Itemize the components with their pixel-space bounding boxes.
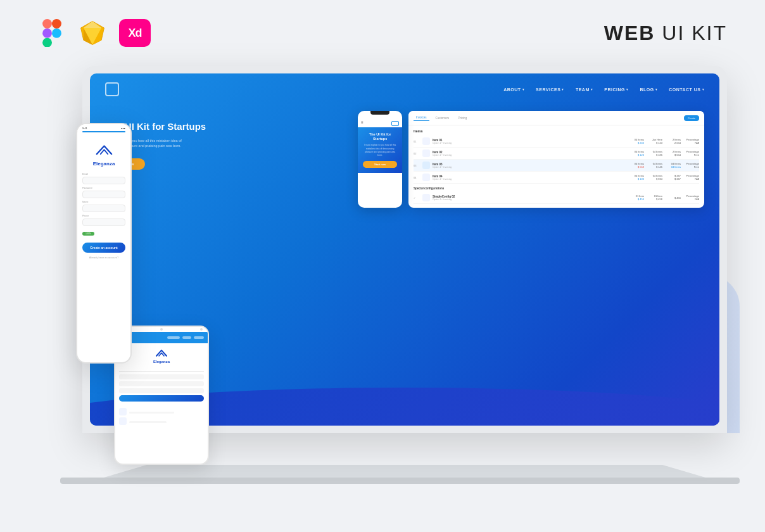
register-button[interactable]: Create an account bbox=[82, 243, 125, 253]
small-input-3[interactable] bbox=[119, 388, 204, 393]
svg-rect-0 bbox=[42, 19, 52, 28]
eleganza-logo-icon bbox=[93, 142, 115, 158]
tool-logos: Xd bbox=[38, 19, 151, 47]
table-row: 01 Item 01 Option 1 • Invoicing 04 Items… bbox=[414, 136, 699, 148]
hero-title: The UI Kit for Startups bbox=[105, 120, 351, 133]
password-input[interactable] bbox=[82, 191, 125, 198]
small-cta-button[interactable] bbox=[119, 395, 204, 402]
dashboard-mockup: Invoices Customers Pricing Create Items … bbox=[408, 111, 704, 208]
page-title: WEB UI KIT bbox=[604, 22, 727, 45]
phone-in-laptop: 9:41 ●●● ☰ The UI Kit for Startups I mus… bbox=[358, 111, 402, 208]
xd-icon: Xd bbox=[119, 19, 151, 47]
showcase-area: ABOUT ▾ SERVICES ▾ TEAM ▾ PRICING ▾ bbox=[25, 60, 740, 484]
small-input-2[interactable] bbox=[119, 381, 204, 386]
eleganza-inputs: Email Password Name Phone bbox=[82, 173, 125, 229]
svg-point-4 bbox=[52, 28, 61, 38]
dashboard-header: Invoices Customers Pricing Create bbox=[408, 111, 704, 125]
dashboard-create-button[interactable]: Create bbox=[684, 115, 699, 121]
svg-rect-1 bbox=[52, 19, 61, 28]
dash-tab-pricing[interactable]: Pricing bbox=[455, 115, 469, 121]
sketch-icon bbox=[79, 19, 106, 47]
table-row: ✓ SimpleConfig 02 Option 1 • Invoicing 0… bbox=[414, 192, 699, 204]
nav-about[interactable]: ABOUT ▾ bbox=[503, 87, 524, 92]
small-list-item bbox=[119, 408, 204, 415]
nav-pricing[interactable]: PRICING ▾ bbox=[604, 87, 628, 92]
small-brand-name: Eleganza bbox=[153, 360, 170, 364]
small-phone-inputs bbox=[115, 374, 208, 402]
item-icon bbox=[422, 137, 430, 145]
table-row: 04 Item 04 Option 1 • Invoicing 04 Items… bbox=[414, 172, 699, 184]
svg-rect-2 bbox=[42, 28, 52, 38]
eleganza-phone-mockup: 9:41 ●●● Eleganza Email Password Name Ph… bbox=[76, 123, 132, 364]
small-input-1[interactable] bbox=[119, 374, 204, 379]
item-icon bbox=[422, 162, 430, 169]
item-icon bbox=[422, 174, 430, 181]
svg-rect-3 bbox=[42, 38, 52, 47]
eleganza-brand-name: Eleganza bbox=[93, 161, 115, 167]
dash-tab-customers[interactable]: Customers bbox=[433, 115, 452, 121]
laptop-base bbox=[60, 478, 740, 484]
website-nav-logo bbox=[105, 82, 119, 96]
small-list-item bbox=[119, 417, 204, 425]
dashboard-body: Items 01 Item 01 Option 1 • Invoicing 04… bbox=[408, 125, 704, 208]
phone-hero-section: The UI Kit for Startups I must explain t… bbox=[358, 127, 402, 173]
phone-status-bar: 9:41 ●●● bbox=[77, 124, 130, 131]
figma-icon bbox=[38, 19, 66, 47]
name-input[interactable] bbox=[82, 205, 125, 212]
table-row: 02 Item 02 Option 1 • Invoicing 04 Items… bbox=[414, 148, 699, 160]
phone-input[interactable] bbox=[82, 218, 125, 226]
hero-text: The UI Kit for Startups I must explain t… bbox=[105, 114, 351, 208]
signin-link[interactable]: Already have an account? bbox=[89, 256, 118, 259]
item-icon bbox=[422, 194, 430, 201]
eleganza-phone-body: Eleganza Email Password Name Phone 100% … bbox=[77, 136, 130, 265]
top-header: Xd WEB UI KIT bbox=[0, 0, 765, 60]
phone-cta-button[interactable]: Start now bbox=[363, 161, 397, 168]
nav-blog[interactable]: BLOG ▾ bbox=[640, 87, 657, 92]
small-eleganza-logo bbox=[154, 348, 169, 358]
table-row: 03 Item 03 Option 1 • Invoicing 04 Items… bbox=[414, 160, 699, 172]
nav-contact[interactable]: CONTACT US ▾ bbox=[669, 87, 704, 92]
dash-tab-invoices[interactable]: Invoices bbox=[414, 115, 429, 121]
email-input[interactable] bbox=[82, 177, 125, 184]
nav-services[interactable]: SERVICES ▾ bbox=[536, 87, 564, 92]
website-content: The UI Kit for Startups I must explain t… bbox=[90, 101, 719, 214]
item-icon bbox=[422, 149, 430, 157]
website-nav: ABOUT ▾ SERVICES ▾ TEAM ▾ PRICING ▾ bbox=[90, 73, 719, 101]
nav-team[interactable]: TEAM ▾ bbox=[576, 87, 593, 92]
status-badge: 100% bbox=[82, 232, 94, 236]
